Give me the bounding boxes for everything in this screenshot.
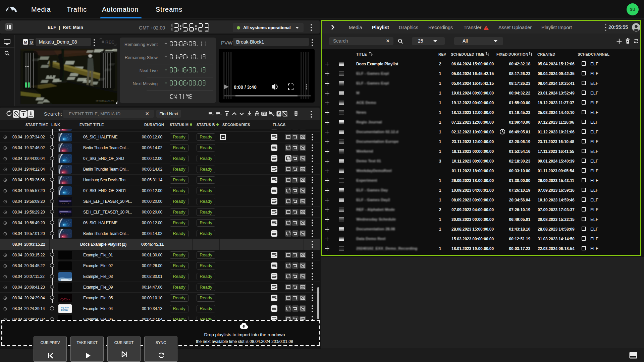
- svg-text:SPROTS AUTLIVE: SPROTS AUTLIVE: [96, 100, 114, 102]
- svg-text:BUNNY: BUNNY: [61, 309, 68, 311]
- svg-text:S: S: [278, 112, 280, 116]
- svg-text:Big Buck: Big Buck: [61, 307, 69, 309]
- svg-text:0:00 / 3:40: 0:00 / 3:40: [234, 84, 257, 90]
- svg-text:REC: REC: [105, 40, 115, 45]
